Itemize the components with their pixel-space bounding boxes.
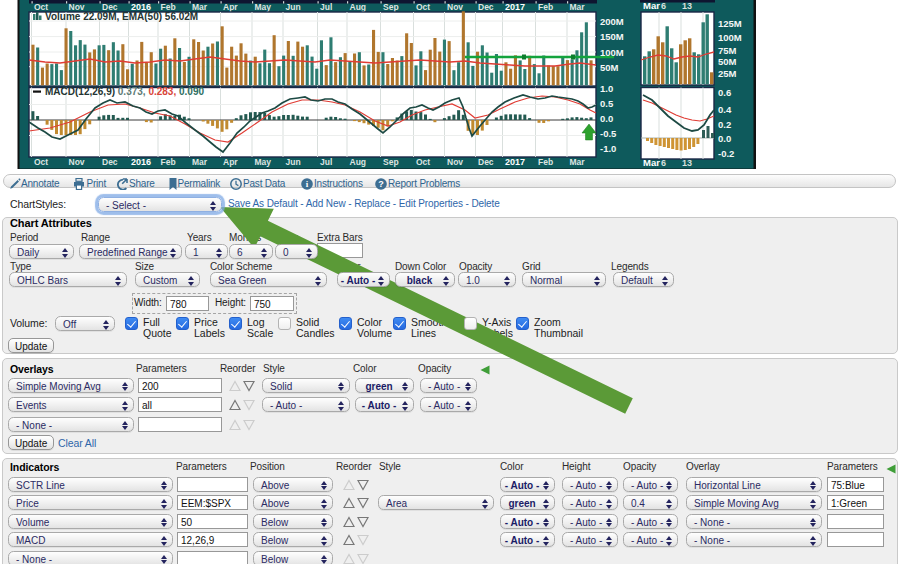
svg-text:0.0: 0.0 (600, 113, 613, 124)
svg-text:Jun: Jun (286, 2, 301, 12)
svg-text:Nov: Nov (447, 2, 463, 12)
svg-text:0.4: 0.4 (718, 104, 732, 115)
svg-text:150M: 150M (600, 31, 624, 42)
svg-text:-0.2: -0.2 (718, 148, 734, 159)
svg-text:Mar: Mar (570, 2, 586, 12)
svg-text:Dec: Dec (478, 2, 494, 12)
svg-text:Aug: Aug (350, 2, 367, 12)
svg-text:200M: 200M (600, 16, 624, 27)
svg-text:25M: 25M (718, 68, 737, 79)
svg-text:0.6: 0.6 (718, 87, 731, 98)
svg-text:0.0: 0.0 (718, 133, 731, 144)
svg-text:1.0: 1.0 (600, 83, 613, 94)
svg-text:-0.5: -0.5 (600, 128, 617, 139)
svg-text:Mar: Mar (643, 0, 660, 11)
svg-text:Oct: Oct (416, 157, 430, 167)
svg-text:Jun: Jun (286, 157, 301, 167)
svg-text:2016: 2016 (131, 157, 151, 167)
svg-text:13: 13 (682, 1, 692, 11)
svg-text:May: May (255, 2, 272, 12)
svg-text:Feb: Feb (538, 2, 553, 12)
svg-text:Jul: Jul (320, 2, 332, 12)
svg-text:100M: 100M (718, 32, 742, 43)
svg-text:Jul: Jul (320, 157, 332, 167)
svg-text:125M: 125M (718, 18, 742, 29)
svg-text:Aug: Aug (350, 157, 367, 167)
svg-text:100M: 100M (600, 47, 624, 58)
svg-text:Sep: Sep (383, 157, 399, 167)
svg-text:Feb: Feb (161, 157, 176, 167)
svg-text:75M: 75M (718, 45, 737, 56)
svg-text:Nov: Nov (447, 157, 463, 167)
svg-text:50M: 50M (600, 62, 619, 73)
svg-text:Sep: Sep (383, 2, 399, 12)
svg-text:Dec: Dec (478, 157, 494, 167)
svg-text:2017: 2017 (505, 157, 525, 167)
svg-text:Mar: Mar (570, 157, 586, 167)
svg-text:Dec: Dec (102, 157, 118, 167)
svg-text:-1.0: -1.0 (600, 143, 616, 154)
svg-text:2017: 2017 (505, 2, 525, 12)
svg-text:Nov: Nov (69, 157, 85, 167)
svg-text:Apr: Apr (223, 157, 238, 167)
svg-text:6: 6 (661, 1, 666, 11)
svg-text:May: May (255, 157, 272, 167)
svg-text:0.2: 0.2 (718, 119, 731, 130)
svg-text:Feb: Feb (538, 157, 553, 167)
svg-text:0.5: 0.5 (600, 98, 614, 109)
svg-text:50M: 50M (718, 56, 737, 67)
svg-text:Oct: Oct (34, 157, 48, 167)
svg-text:MACD(12,26,9) 0.373, 0.283, 0.: MACD(12,26,9) 0.373, 0.283, 0.090 (45, 86, 204, 97)
svg-text:?: ? (378, 179, 384, 189)
svg-text:Volume 22.09M, EMA(50) 56.02M: Volume 22.09M, EMA(50) 56.02M (45, 11, 198, 22)
svg-text:Mar: Mar (192, 157, 208, 167)
svg-text:Apr: Apr (223, 2, 238, 12)
svg-text:Oct: Oct (416, 2, 430, 12)
